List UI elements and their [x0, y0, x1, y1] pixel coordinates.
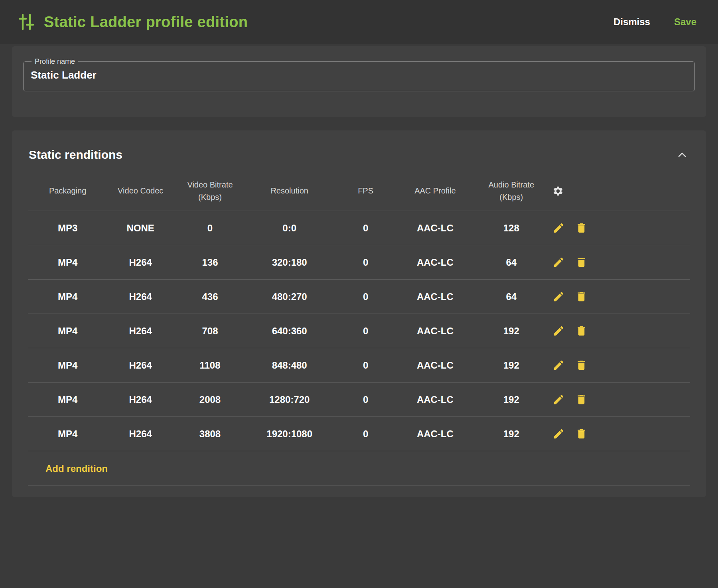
row-actions: [551, 428, 690, 440]
chevron-up-icon: [676, 148, 689, 161]
delete-rendition-button[interactable]: [575, 256, 588, 268]
cell-resolution: 1920:1080: [247, 428, 333, 440]
delete-rendition-button[interactable]: [575, 290, 588, 303]
pencil-icon: [552, 359, 565, 371]
delete-rendition-button[interactable]: [575, 359, 588, 371]
edit-rendition-button[interactable]: [552, 325, 565, 337]
cell-fps: 0: [333, 223, 399, 234]
cell-audio-bitrate: 192: [471, 360, 551, 371]
renditions-card: Static renditions PackagingVideo CodecVi…: [12, 130, 706, 497]
cell-video-codec: NONE: [107, 223, 174, 234]
table-row: MP4H264436480:2700AAC-LC64: [28, 280, 690, 314]
row-actions: [551, 256, 690, 268]
pencil-icon: [552, 256, 565, 268]
page-title: Static Ladder profile edition: [44, 14, 613, 31]
content: Profile name Static renditions Packaging…: [0, 44, 718, 588]
pencil-icon: [552, 290, 565, 303]
delete-rendition-button[interactable]: [575, 222, 588, 234]
trash-icon: [575, 393, 588, 406]
profile-card: Profile name: [12, 46, 706, 117]
column-header-aac-profile: AAC Profile: [399, 185, 472, 197]
row-actions: [551, 290, 690, 303]
trash-icon: [575, 290, 588, 303]
delete-rendition-button[interactable]: [575, 325, 588, 337]
cell-video-bitrate: 708: [174, 326, 247, 337]
cell-video-bitrate: 436: [174, 291, 247, 302]
trash-icon: [575, 222, 588, 234]
cell-fps: 0: [333, 394, 399, 405]
row-actions: [551, 359, 690, 371]
cell-packaging: MP4: [28, 326, 107, 337]
row-actions: [551, 222, 690, 234]
cell-audio-bitrate: 192: [471, 428, 551, 440]
cell-video-codec: H264: [107, 326, 174, 337]
cell-video-codec: H264: [107, 428, 174, 440]
profile-name-input[interactable]: [30, 67, 688, 88]
column-header-audio-bitrate: Audio Bitrate(Kbps): [471, 179, 551, 203]
edit-rendition-button[interactable]: [552, 393, 565, 406]
cell-packaging: MP4: [28, 394, 107, 405]
collapse-button[interactable]: [676, 148, 689, 162]
edit-rendition-button[interactable]: [552, 290, 565, 303]
table-row: MP4H264136320:1800AAC-LC64: [28, 245, 690, 280]
table-header-row: PackagingVideo CodecVideo Bitrate(Kbps)R…: [28, 171, 690, 211]
cell-audio-bitrate: 192: [471, 326, 551, 337]
cell-fps: 0: [333, 326, 399, 337]
renditions-table: PackagingVideo CodecVideo Bitrate(Kbps)R…: [28, 171, 690, 486]
page: Static Ladder profile edition Dismiss Sa…: [0, 0, 718, 588]
save-button[interactable]: Save: [674, 16, 696, 28]
edit-rendition-button[interactable]: [552, 222, 565, 234]
dismiss-button[interactable]: Dismiss: [613, 16, 650, 28]
trash-icon: [575, 359, 588, 371]
topbar-actions: Dismiss Save: [613, 16, 701, 28]
delete-rendition-button[interactable]: [575, 428, 588, 440]
table-row: MP4H2641108848:4800AAC-LC192: [28, 348, 690, 383]
row-actions: [551, 325, 690, 337]
cell-resolution: 1280:720: [247, 394, 333, 405]
table-row: MP4H26420081280:7200AAC-LC192: [28, 383, 690, 417]
profile-name-label: Profile name: [32, 57, 78, 66]
cell-aac-profile: AAC-LC: [399, 394, 472, 405]
cell-packaging: MP3: [28, 223, 107, 234]
cell-video-bitrate: 3808: [174, 428, 247, 440]
cell-packaging: MP4: [28, 360, 107, 371]
cell-fps: 0: [333, 291, 399, 302]
edit-rendition-button[interactable]: [552, 359, 565, 371]
cell-video-codec: H264: [107, 291, 174, 302]
cell-aac-profile: AAC-LC: [399, 326, 472, 337]
column-header-packaging: Packaging: [28, 185, 107, 197]
trash-icon: [575, 428, 588, 440]
cell-video-bitrate: 1108: [174, 360, 247, 371]
delete-rendition-button[interactable]: [575, 393, 588, 406]
cell-audio-bitrate: 64: [471, 257, 551, 268]
cell-video-codec: H264: [107, 360, 174, 371]
cell-packaging: MP4: [28, 291, 107, 302]
profile-name-field: Profile name: [23, 57, 695, 91]
cell-resolution: 848:480: [247, 360, 333, 371]
column-header-video-codec: Video Codec: [107, 185, 174, 197]
edit-rendition-button[interactable]: [552, 428, 565, 440]
cell-packaging: MP4: [28, 428, 107, 440]
pencil-icon: [552, 222, 565, 234]
columns-settings-button[interactable]: [552, 185, 564, 197]
cell-aac-profile: AAC-LC: [399, 223, 472, 234]
edit-rendition-button[interactable]: [552, 256, 565, 268]
table-footer: Add rendition: [28, 451, 690, 486]
cell-video-codec: H264: [107, 257, 174, 268]
cell-aac-profile: AAC-LC: [399, 257, 472, 268]
renditions-rows: MP3NONE00:00AAC-LC128MP4H264136320:1800A…: [28, 211, 690, 451]
renditions-title: Static renditions: [29, 148, 122, 162]
cell-packaging: MP4: [28, 257, 107, 268]
cell-aac-profile: AAC-LC: [399, 291, 472, 302]
pencil-icon: [552, 325, 565, 337]
gear-icon: [552, 185, 564, 197]
cell-video-bitrate: 0: [174, 223, 247, 234]
trash-icon: [575, 256, 588, 268]
cell-resolution: 320:180: [247, 257, 333, 268]
tune-icon: [17, 12, 36, 32]
topbar: Static Ladder profile edition Dismiss Sa…: [0, 0, 718, 44]
cell-video-codec: H264: [107, 394, 174, 405]
trash-icon: [575, 325, 588, 337]
renditions-header: Static renditions: [28, 145, 690, 166]
add-rendition-button[interactable]: Add rendition: [45, 463, 108, 474]
